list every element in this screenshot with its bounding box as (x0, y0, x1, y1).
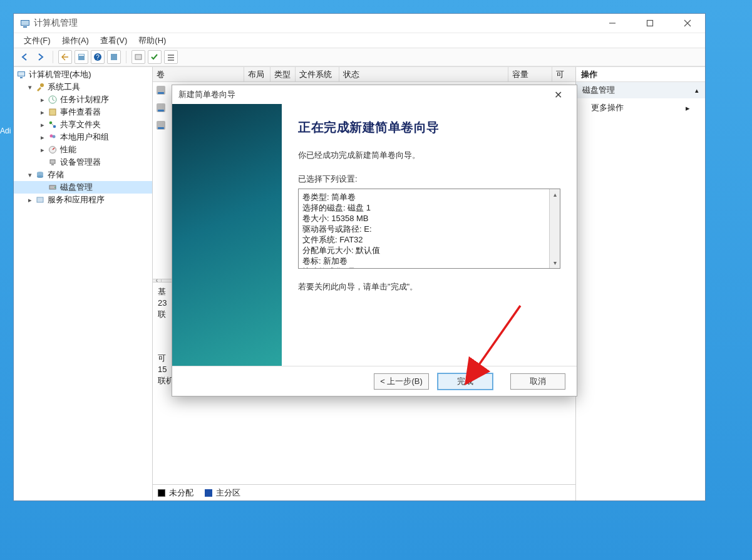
app-icon (20, 18, 30, 28)
tree-node-root[interactable]: 计算机管理(本地) (14, 68, 152, 81)
volume-icon (157, 103, 165, 112)
toolbar-separator (53, 51, 53, 63)
tree-label: 事件查看器 (60, 106, 101, 118)
window-close-button[interactable] (676, 14, 699, 33)
setting-line: 文件系统: FAT32 (302, 234, 547, 245)
tree-node-local-users[interactable]: ▸ 本地用户和组 (14, 131, 152, 143)
tree-node-services-apps[interactable]: ▸ 服务和应用程序 (14, 194, 152, 206)
svg-rect-12 (79, 54, 84, 56)
tool-view-button[interactable] (107, 50, 121, 64)
col-header-capacity[interactable]: 容量 (508, 67, 552, 81)
wizard-close-button[interactable]: ✕ (545, 86, 570, 103)
tree-label: 存储 (48, 169, 64, 180)
nav-forward-button[interactable] (34, 50, 48, 64)
tree-node-shared-folders[interactable]: ▸ 共享文件夹 (14, 118, 152, 131)
disk-size: 23 (158, 298, 170, 309)
menu-file[interactable]: 文件(F) (20, 34, 54, 48)
expand-icon[interactable]: ▸ (39, 121, 46, 129)
col-header-status[interactable]: 状态 (339, 67, 508, 81)
tree-node-device-manager[interactable]: 设备管理器 (14, 156, 152, 169)
window-minimize-button[interactable] (601, 14, 624, 33)
col-header-fs[interactable]: 文件系统 (296, 67, 339, 81)
tool-up-button[interactable] (58, 50, 72, 64)
actions-more[interactable]: 更多操作 ▸ (576, 98, 705, 117)
collapse-icon[interactable]: ▾ (26, 83, 34, 91)
wizard-success-text: 你已经成功完成新建简单卷向导。 (298, 150, 560, 161)
col-header-volume[interactable]: 卷 (153, 67, 244, 81)
tree-node-event-viewer[interactable]: ▸ 事件查看器 (14, 106, 152, 118)
actions-header: 操作 (576, 67, 705, 82)
wizard-footer: < 上一步(B) 完成 取消 (172, 366, 577, 396)
actions-category[interactable]: 磁盘管理 ▴ (576, 82, 705, 98)
svg-rect-21 (18, 72, 24, 76)
menu-view[interactable]: 查看(V) (96, 34, 131, 48)
svg-rect-31 (50, 160, 55, 163)
window-maximize-button[interactable] (639, 14, 661, 33)
svg-rect-15 (111, 54, 117, 60)
actions-more-label: 更多操作 (591, 102, 624, 113)
expand-icon[interactable]: ▸ (39, 96, 46, 104)
tool-check-button[interactable] (148, 50, 162, 64)
tool-properties-button[interactable] (75, 50, 88, 64)
collapse-icon[interactable]: ▾ (26, 171, 34, 179)
setting-line: 卷标: 新加卷 (302, 256, 547, 266)
expand-icon[interactable]: ▸ (26, 196, 34, 204)
col-header-type[interactable]: 类型 (270, 67, 296, 81)
scroll-down-icon[interactable]: ▾ (550, 257, 560, 268)
clock-icon (48, 95, 58, 105)
setting-line: 卷大小: 15358 MB (302, 213, 547, 224)
legend-primary: 主分区 (205, 487, 240, 499)
col-header-avail[interactable]: 可 (552, 67, 571, 81)
expand-icon[interactable]: ▸ (39, 133, 46, 142)
disk-status: 联 (158, 309, 170, 320)
svg-rect-5 (21, 21, 29, 25)
tree-node-performance[interactable]: ▸ 性能 (14, 143, 152, 156)
wizard-settings-box[interactable]: 卷类型: 简单卷 选择的磁盘: 磁盘 1 卷大小: 15358 MB 驱动器号或… (298, 189, 560, 269)
legend: 未分配 主分区 (153, 484, 575, 500)
wizard-settings-label: 已选择下列设置: (298, 174, 560, 185)
tree-label: 系统工具 (48, 81, 80, 93)
svg-rect-17 (168, 54, 174, 56)
toolbar-separator (126, 51, 126, 63)
menu-bar: 文件(F) 操作(A) 查看(V) 帮助(H) (14, 33, 705, 48)
svg-point-35 (37, 175, 43, 178)
expand-icon[interactable]: ▸ (39, 108, 46, 117)
navigation-tree[interactable]: 计算机管理(本地) ▾ 系统工具 ▸ 任务计划程序 ▸ 事件查看器 ▸ 共享文件… (14, 67, 153, 500)
expand-icon[interactable]: ▸ (39, 146, 46, 154)
tool-help-button[interactable]: ? (91, 50, 105, 64)
perf-icon (48, 145, 58, 155)
desktop-label-fragment: Adi (0, 127, 11, 135)
tree-node-task-scheduler[interactable]: ▸ 任务计划程序 (14, 93, 152, 106)
tree-label: 任务计划程序 (60, 94, 109, 105)
finish-button[interactable]: 完成 (438, 373, 493, 390)
tool-list-button[interactable] (164, 50, 178, 64)
services-icon (35, 195, 45, 205)
actions-category-label: 磁盘管理 (582, 85, 615, 96)
nav-back-button[interactable] (18, 50, 31, 64)
settings-scrollbar[interactable]: ▴ ▾ (549, 189, 560, 268)
col-header-layout[interactable]: 布局 (244, 67, 270, 81)
tree-label: 性能 (60, 144, 76, 155)
tree-node-system-tools[interactable]: ▾ 系统工具 (14, 81, 152, 93)
svg-rect-8 (647, 21, 653, 26)
tree-label: 本地用户和组 (60, 132, 109, 143)
disk-info: 基 23 联 (158, 286, 170, 320)
tree-node-storage[interactable]: ▾ 存储 (14, 169, 152, 181)
svg-rect-6 (23, 26, 27, 28)
window-title: 计算机管理 (34, 18, 601, 29)
back-button[interactable]: < 上一步(B) (374, 373, 429, 390)
tree-label: 磁盘管理 (60, 182, 93, 193)
cancel-button[interactable]: 取消 (510, 373, 565, 390)
menu-action[interactable]: 操作(A) (58, 34, 93, 48)
event-icon (48, 107, 58, 117)
toolbar: ? (14, 48, 705, 66)
tool-refresh-button[interactable] (131, 50, 145, 64)
scroll-up-icon[interactable]: ▴ (550, 189, 560, 200)
menu-help[interactable]: 帮助(H) (135, 34, 170, 48)
scroll-left-button[interactable]: ‹ (153, 279, 162, 282)
title-bar: 计算机管理 (14, 14, 705, 33)
caret-up-icon: ▴ (695, 86, 699, 95)
tree-node-disk-management[interactable]: 磁盘管理 (14, 181, 152, 194)
wizard-content: 正在完成新建简单卷向导 你已经成功完成新建简单卷向导。 已选择下列设置: 卷类型… (282, 104, 577, 366)
tools-icon (35, 82, 45, 92)
